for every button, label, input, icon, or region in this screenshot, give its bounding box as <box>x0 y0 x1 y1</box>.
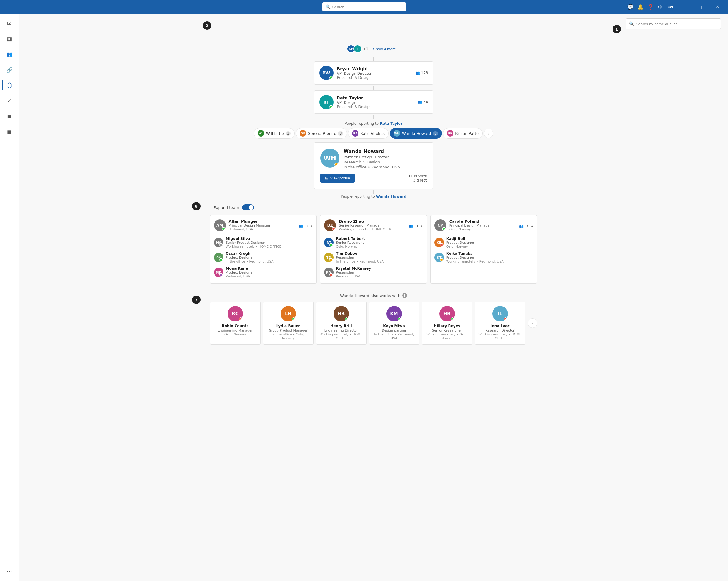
status-henry <box>345 317 348 321</box>
name-search-input[interactable] <box>636 22 718 26</box>
location-henry: Working remotely • HOME OFFI... <box>319 332 363 340</box>
team-card-carole[interactable]: CP Carole Poland Principal Design Manage… <box>431 215 537 284</box>
sidebar-item-more[interactable]: ··· <box>2 564 17 579</box>
name-bruno: Bruno Zhao <box>339 219 394 224</box>
close-button[interactable]: ✕ <box>711 0 724 14</box>
minimize-button[interactable]: ─ <box>681 0 695 14</box>
show-more-avatars: KN + +1 <box>349 45 368 53</box>
sidebar-item-calendar[interactable]: ▦ <box>2 31 17 46</box>
tab-wanda[interactable]: WH Wanda Howard 3 <box>390 128 442 139</box>
main-search-bar[interactable]: 🔍 <box>322 2 406 11</box>
expand-team-toggle[interactable] <box>242 204 254 210</box>
person-reports-reta: 👥 54 <box>418 100 428 104</box>
team-card-allan[interactable]: AM Allan Munger Principal Design Manager… <box>210 215 317 284</box>
team-header-bruno: BZ Bruno Zhao Senior Research Manager Wo… <box>324 219 423 231</box>
chevron-up-bruno[interactable]: ∧ <box>420 224 423 228</box>
name-robin: Robin Counts <box>222 324 249 328</box>
user-avatar[interactable]: BW <box>666 3 674 11</box>
reports-bruno: 3 <box>416 224 418 228</box>
avatar-inna: IL <box>492 306 508 322</box>
avatar-bruno: BZ <box>324 219 336 231</box>
status-tim <box>329 258 333 262</box>
reta-link[interactable]: Reta Taylor <box>380 122 402 126</box>
title-keiko: Product Designer <box>446 256 504 259</box>
annotation-7: 7 <box>192 296 201 304</box>
search-icon: 🔍 <box>326 4 331 9</box>
more-tabs-button[interactable]: › <box>484 129 493 138</box>
sidebar: ✉ ▦ 👥 🔗 ⬡ ✓ ≡ ◼ ··· <box>0 14 19 581</box>
person-name-reta: Reta Taylor <box>337 96 414 100</box>
sidebar-item-mail[interactable]: ✉ <box>2 16 17 30</box>
show-more-button[interactable]: Show 4 more <box>371 46 398 52</box>
team-card-bruno[interactable]: BZ Bruno Zhao Senior Research Manager Wo… <box>320 215 427 284</box>
tab-will-little[interactable]: WL Will Little 3 <box>254 128 294 139</box>
person-card-bryan[interactable]: BW Bryan Wright VP, Design Director Rese… <box>314 61 433 84</box>
sidebar-item-attach[interactable]: 🔗 <box>2 62 17 77</box>
activity-icon[interactable]: 🔔 <box>638 4 644 10</box>
sidebar-item-people[interactable]: 👥 <box>2 47 17 61</box>
view-profile-button[interactable]: ⊞ View profile <box>320 174 355 183</box>
calendar-icon: ▦ <box>7 36 12 42</box>
status-keiko <box>440 258 443 262</box>
coworker-card-kayo[interactable]: KM Kayo Miwa Design partner In the offic… <box>369 302 419 345</box>
reports-icon-reta: 👥 <box>418 100 422 104</box>
card-actions: ⊞ View profile 11 reports 3 direct <box>320 174 427 183</box>
info-kadji: Kadji Bell Product Designer Oslo, Norway <box>446 237 474 249</box>
wanda-title: Partner Design Director <box>344 155 400 159</box>
status-mona <box>219 273 223 277</box>
tab-avatar-serena: SR <box>300 130 306 136</box>
sidebar-item-app[interactable]: ◼ <box>2 124 17 139</box>
selected-card-top: WH Wanda Howard Partner Design Director … <box>320 149 427 169</box>
search-input[interactable] <box>332 5 403 9</box>
title-lydia: Group Product Manager <box>269 329 307 332</box>
actions-allan: 👥 3 ∧ <box>299 224 313 228</box>
tab-label-katri: Katri Ahokas <box>360 131 385 136</box>
tab-label-wanda: Wanda Howard <box>402 131 431 136</box>
chevron-up-carole[interactable]: ∧ <box>531 224 534 228</box>
sidebar-item-tasks[interactable]: ✓ <box>2 94 17 108</box>
avatar-oscar: OK <box>214 253 224 262</box>
info-icon[interactable]: i <box>402 293 407 298</box>
location-hillary: Working remotely • Oslo, Norw... <box>425 332 469 340</box>
avatar-kayo: KM <box>387 306 402 322</box>
chevron-up-allan[interactable]: ∧ <box>310 224 313 228</box>
coworker-card-henry[interactable]: HB Henry Brill Engineering Director Work… <box>316 302 366 345</box>
location-allan: Redmond, USA <box>229 227 270 231</box>
status-hillary <box>451 317 454 321</box>
wanda-dept: Research & Design <box>344 160 400 164</box>
actions-carole: 👥 3 ∧ <box>519 224 533 228</box>
maximize-button[interactable]: □ <box>696 0 709 14</box>
tab-katri[interactable]: KA Katri Ahokas <box>348 128 389 139</box>
coworker-card-hillary[interactable]: HR Hillary Reyes Senior Researcher Worki… <box>422 302 472 345</box>
selected-card-wanda: WH Wanda Howard Partner Design Director … <box>314 142 433 189</box>
coworkers-next-button[interactable]: › <box>528 319 537 328</box>
org-icon: ⬡ <box>6 81 12 89</box>
wanda-link[interactable]: Wanda Howard <box>376 194 407 199</box>
info-bruno: Bruno Zhao Senior Research Manager Worki… <box>339 219 394 231</box>
coworker-card-lydia[interactable]: LB Lydia Bauer Group Product Manager In … <box>263 302 314 345</box>
sidebar-item-list[interactable]: ≡ <box>2 109 17 123</box>
settings-icon[interactable]: ⚙ <box>658 4 662 10</box>
team-grid: AM Allan Munger Principal Design Manager… <box>210 215 537 284</box>
sidebar-item-org[interactable]: ⬡ <box>2 78 17 92</box>
also-works-section: 7 Wanda Howard also works with i RC Robi… <box>210 293 537 345</box>
profile-icon: ⊞ <box>325 176 329 180</box>
status-carole <box>442 227 446 231</box>
name-keiko: Keiko Tanaka <box>446 252 504 256</box>
tab-serena[interactable]: SR Serena Ribeiro 3 <box>296 128 347 139</box>
coworker-card-robin[interactable]: RC Robin Counts Engineering Manager Oslo… <box>210 302 261 345</box>
avatar-hillary: HR <box>439 306 455 322</box>
actions-bruno: 👥 3 ∧ <box>409 224 423 228</box>
status-kayo <box>398 317 401 321</box>
chat-icon[interactable]: 💬 <box>627 4 633 10</box>
info-robert: Robert Tolbert Senior Researcher Oslo, N… <box>336 237 366 249</box>
person-card-reta[interactable]: RT Reta Taylor VP, Design Research & Des… <box>314 91 433 114</box>
person-dept-bryan: Research & Design <box>337 76 412 80</box>
tab-kristin[interactable]: KP Kristin Patte <box>443 128 483 139</box>
coworker-card-inna[interactable]: IL Inna Laar Research Director Working r… <box>475 302 525 345</box>
name-search-bar[interactable]: 🔍 <box>626 19 721 29</box>
location-lydia: In the office • Oslo, Norway <box>266 332 310 340</box>
sub-member-kadji: KB Kadji Bell Product Designer Oslo, Nor… <box>434 235 534 250</box>
help-icon[interactable]: ❓ <box>648 4 654 10</box>
info-mona: Mona Kane Product Designer Redmond, USA <box>226 267 254 278</box>
